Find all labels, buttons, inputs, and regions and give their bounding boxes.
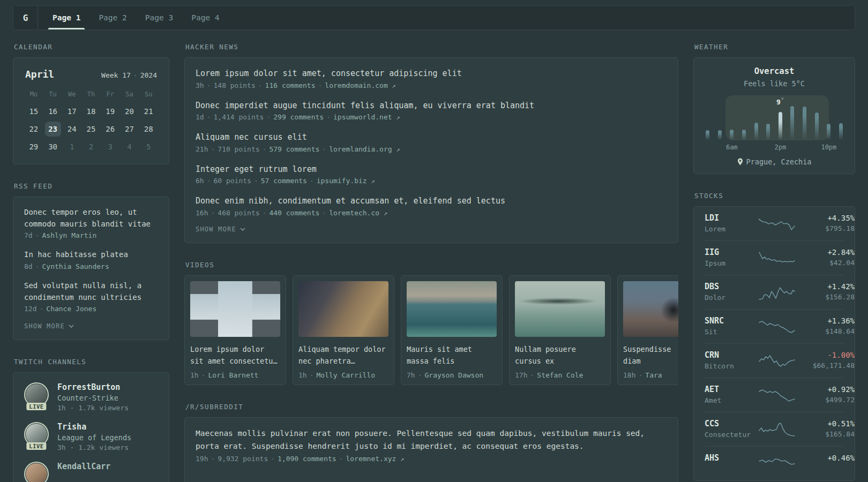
dot-separator: · [339,455,343,463]
twitch-channel-name[interactable]: Trisha [57,422,131,432]
video-thumbnail[interactable] [298,281,388,337]
rss-item-author[interactable]: Chance Jones [46,305,96,313]
stocks-widget: STOCKS LDILorem +4.35%$795.18 IIGIpsum +… [693,192,855,481]
twitch-channel-game[interactable]: League of Legends [57,433,131,442]
video-age: 18h [623,371,635,379]
video-card[interactable]: Aliquam tempor dolor nec pharetra… 1h·Mo… [293,275,394,386]
twitch-channel-row[interactable]: KendallCarr [24,462,158,482]
stock-row[interactable]: AETAmet +0.92%$499.72 [705,378,844,412]
rss-item-author[interactable]: Ashlyn Martin [42,231,96,239]
story-comments-link[interactable]: 57 comments [261,177,307,185]
rss-item-title[interactable]: In hac habitasse platea [24,249,158,261]
stock-ticker[interactable]: CCS [705,419,758,428]
post-domain-link[interactable]: loremnet.xyz ↗ [346,455,404,463]
hn-story-title[interactable]: Donec enim nibh, condimentum et accumsan… [196,195,667,207]
story-comments-link[interactable]: 299 comments [273,113,324,121]
stock-ticker[interactable]: AET [705,385,758,394]
stock-row[interactable]: CCSConsectetur +0.51%$165.84 [705,412,844,446]
hour-label: 6am [726,144,738,151]
twitch-channel-row[interactable]: LIVE ForrestBurton Counter-Strike 1h · 1… [24,382,158,412]
stock-row[interactable]: CRNBitcorn -1.00%$66,171.48 [705,343,844,378]
hn-story-title[interactable]: Integer eget rutrum lorem [196,163,667,176]
stock-row[interactable]: LDILorem +4.35%$795.18 [705,207,844,240]
video-thumbnail[interactable] [407,281,497,337]
story-domain-link[interactable]: loremtech.co ↗ [329,209,387,217]
post-comments-link[interactable]: 1,090 comments [278,455,336,463]
dot-separator: · [530,371,534,379]
rss-item-author[interactable]: Cynthia Saunders [42,262,109,270]
video-card[interactable]: Suspendisse diam 18h·Tara [617,275,678,386]
rss-item-title[interactable]: Donec tempor eros leo, ut commodo mauris… [24,207,158,230]
tab-page-4[interactable]: Page 4 [188,6,222,29]
story-comments-link[interactable]: 440 comments [269,209,319,217]
rss-show-more-button[interactable]: SHOW MORE [24,322,158,330]
hn-story-title[interactable]: Lorem ipsum dolor sit amet, consectetur … [196,67,667,80]
dot-separator: · [254,177,258,185]
left-column: CALENDAR April Week 17·2024 Mo Tu We Th … [13,43,169,482]
twitch-channel-game[interactable]: Counter-Strike [57,394,129,402]
stock-ticker[interactable]: LDI [705,213,758,223]
video-thumbnail[interactable] [515,281,605,337]
stock-ticker[interactable]: DBS [705,282,758,291]
twitch-channel-row[interactable]: LIVE Trisha League of Legends 3h · 1.2k … [24,422,158,451]
video-title[interactable]: Lorem ipsum dolor sit amet consectetu… [190,343,280,367]
dot-separator: · [310,177,314,185]
video-card[interactable]: Mauris sit amet massa felis 7h·Grayson D… [401,275,503,386]
stock-ticker[interactable]: IIG [705,247,758,257]
hackernews-show-more-button[interactable]: SHOW MORE [196,225,667,233]
stock-name: Sit [705,328,758,337]
rss-item-title[interactable]: Sed volutpat nulla nisl, a condimentum n… [24,280,158,303]
hackernews-widget-label: HACKER NEWS [185,43,678,51]
external-link-icon: ↗ [396,146,400,153]
stock-row[interactable]: IIGIpsum +2.84%$42.04 [705,240,844,275]
calendar-day: 22 [24,122,43,137]
weather-condition: Overcast [702,66,846,76]
twitch-channel-name[interactable]: ForrestBurton [57,382,129,392]
tab-page-2[interactable]: Page 2 [95,6,130,29]
rss-item: Donec tempor eros leo, ut commodo mauris… [24,207,158,239]
video-card[interactable]: Lorem ipsum dolor sit amet consectetu… 1… [184,275,286,386]
story-domain-link[interactable]: ipsumify.biz ↗ [317,177,375,185]
calendar-day-header: Fr [101,88,120,101]
app-logo[interactable]: G [13,6,38,29]
video-author[interactable]: Stefan Cole [537,371,583,379]
video-author[interactable]: Lori Barnett [208,371,258,379]
twitch-widget-label: TWITCH CHANNELS [14,358,169,366]
video-thumbnail[interactable] [190,281,280,337]
video-card[interactable]: Nullam posuere cursus ex 17h·Stefan Cole [509,275,611,386]
weather-bar [718,130,722,140]
video-author[interactable]: Tara [645,371,662,379]
calendar-day-header: Th [81,88,101,101]
video-title[interactable]: Suspendisse diam [623,343,678,367]
stock-price [796,464,855,473]
hn-story-title[interactable]: Donec imperdiet augue tincidunt felis al… [196,100,667,112]
stock-row[interactable]: AHS +0.46% [705,446,844,480]
video-author[interactable]: Molly Carrillo [316,371,375,379]
story-domain-link[interactable]: ipsumworld.net ↗ [333,113,400,121]
weather-feels-like: Feels like 5°C [702,79,846,88]
hn-story-title[interactable]: Aliquam nec cursus elit [196,131,667,144]
stock-ticker[interactable]: SNRC [705,316,758,326]
rss-widget: RSS FEED Donec tempor eros leo, ut commo… [13,182,169,340]
video-title[interactable]: Mauris sit amet massa felis [407,343,497,367]
reddit-post-title[interactable]: Maecenas mollis pulvinar erat non posuer… [196,427,667,453]
tab-page-1[interactable]: Page 1 [49,6,84,29]
video-title[interactable]: Nullam posuere cursus ex [515,343,605,367]
stock-sparkline [758,456,796,472]
story-comments-link[interactable]: 116 comments [265,81,316,89]
dot-separator: · [39,305,43,313]
middle-column: HACKER NEWS Lorem ipsum dolor sit amet, … [184,43,678,482]
stock-ticker[interactable]: CRN [705,350,758,360]
tab-page-3[interactable]: Page 3 [142,6,176,29]
stock-row[interactable]: DBSDolor +1.42%$156.28 [705,275,844,309]
story-domain-link[interactable]: loremdomain.com ↗ [325,81,395,89]
weather-bar [779,112,782,140]
story-domain-link[interactable]: loremlandia.org ↗ [329,145,400,153]
stock-row[interactable]: SNRCSit +1.36%$148.64 [705,309,844,343]
story-comments-link[interactable]: 579 comments [269,145,319,153]
video-author[interactable]: Grayson Dawson [424,371,483,379]
video-title[interactable]: Aliquam tempor dolor nec pharetra… [298,343,388,367]
video-thumbnail[interactable] [623,281,678,337]
twitch-channel-name[interactable]: KendallCarr [57,462,110,471]
stock-ticker[interactable]: AHS [705,453,758,463]
